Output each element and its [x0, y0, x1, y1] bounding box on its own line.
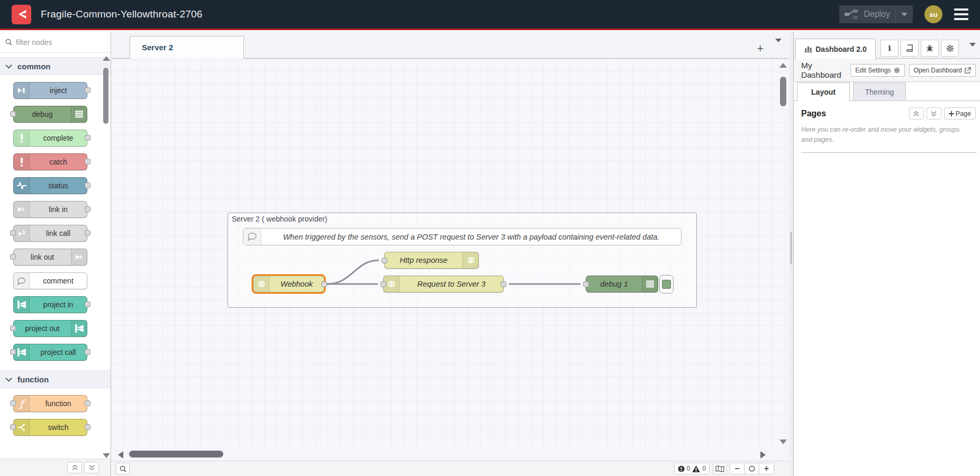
move-page-up-button[interactable] [909, 107, 924, 120]
info-icon: i [888, 43, 891, 53]
palette-node-status[interactable]: status [13, 177, 87, 194]
navigator-button[interactable] [713, 463, 727, 474]
palette-node-link-in[interactable]: link in [13, 201, 87, 218]
pulse-icon [14, 178, 30, 194]
flow-tabbar: Server 2 + [112, 32, 789, 59]
zoom-reset-button[interactable] [745, 463, 759, 474]
user-avatar[interactable]: su [924, 5, 942, 23]
palette-node-catch[interactable]: catch [13, 153, 87, 170]
canvas-footer: 0 0 − + [112, 461, 789, 476]
edit-settings-button[interactable]: Edit Settings [850, 64, 904, 77]
flow-list-button[interactable] [775, 42, 782, 51]
chevron-down-icon [5, 375, 12, 382]
palette-search[interactable] [0, 32, 111, 53]
scroll-up-icon[interactable] [779, 63, 787, 68]
tab-debug-button[interactable] [921, 40, 939, 57]
input-port[interactable] [382, 258, 387, 263]
node-http-response[interactable]: Http response [384, 252, 479, 269]
canvas-vertical-scrollbar[interactable] [779, 63, 787, 444]
chevron-down-icon [969, 43, 976, 55]
sidebar-splitter[interactable] [789, 32, 794, 476]
tab-info-button[interactable]: i [881, 40, 899, 57]
dashboard-title: My Dashboard [801, 61, 846, 80]
palette-category-function[interactable]: function [0, 370, 111, 388]
palette-footer [0, 459, 111, 476]
book-icon [906, 44, 913, 52]
tab-config-button[interactable] [941, 40, 959, 57]
flow-tab-server-2[interactable]: Server 2 [130, 36, 244, 59]
add-page-button[interactable]: Page [944, 107, 976, 120]
add-flow-button[interactable]: + [757, 44, 764, 53]
tab-layout[interactable]: Layout [797, 83, 850, 101]
scroll-up-icon[interactable] [103, 56, 110, 61]
palette-node-link-call[interactable]: link call [13, 225, 87, 242]
palette-scrollbar[interactable] [103, 56, 109, 458]
palette-category-common[interactable]: common [0, 57, 111, 75]
palette-node-inject[interactable]: inject [13, 82, 87, 99]
input-port[interactable] [380, 281, 386, 287]
palette-filter-input[interactable] [16, 38, 95, 47]
output-port[interactable] [501, 281, 506, 287]
palette-node-debug[interactable]: debug [13, 106, 87, 123]
palette-node-complete[interactable]: complete [13, 130, 87, 147]
deploy-button[interactable]: Deploy [839, 5, 913, 23]
move-page-down-button[interactable] [927, 107, 941, 120]
palette-scroll-thumb[interactable] [103, 68, 108, 124]
deploy-label: Deploy [864, 10, 890, 19]
main-menu-button[interactable] [954, 8, 968, 20]
project-logo-icon [71, 321, 87, 336]
expand-all-button[interactable] [84, 462, 99, 473]
sidebar-menu-button[interactable] [969, 47, 976, 55]
zoom-reset-icon [749, 465, 755, 472]
canvas-search-button[interactable] [116, 463, 130, 474]
node-request-to-server-3[interactable]: Request to Server 3 [383, 276, 504, 292]
input-port [10, 254, 16, 260]
open-dashboard-button[interactable]: Open Dashboard [909, 64, 976, 77]
inject-arrow-icon [14, 83, 30, 98]
palette-node-function[interactable]: ƒ function [13, 395, 87, 412]
tab-dashboard-2[interactable]: Dashboard 2.0 [795, 39, 876, 59]
collapse-all-button[interactable] [67, 462, 82, 473]
input-port [10, 325, 16, 331]
output-port [85, 349, 90, 355]
palette-node-project-in[interactable]: project in [13, 296, 87, 313]
notification-counts[interactable]: 0 0 [674, 463, 710, 474]
output-port [85, 182, 90, 188]
search-icon [5, 39, 12, 45]
zoom-out-button[interactable]: − [730, 463, 745, 474]
gear-icon [894, 67, 900, 74]
tab-theming[interactable]: Theming [853, 83, 906, 101]
link-call-icon [14, 225, 30, 241]
bug-icon [926, 44, 933, 52]
palette-node-comment[interactable]: comment [13, 272, 87, 289]
tab-help-button[interactable] [901, 40, 919, 57]
canvas-vscroll-thumb[interactable] [780, 77, 786, 106]
palette-node-switch[interactable]: switch [13, 419, 87, 436]
debug-list-icon [642, 276, 658, 292]
node-webhook[interactable]: Webhook [253, 276, 324, 292]
scroll-down-icon[interactable] [779, 440, 787, 444]
zoom-in-button[interactable]: + [759, 463, 774, 474]
scroll-right-icon[interactable] [760, 451, 766, 459]
scroll-left-icon[interactable] [118, 451, 123, 459]
flow-canvas[interactable]: Server 2 ( webhook provider) When trigge… [112, 59, 789, 448]
output-port [85, 135, 90, 141]
palette-node-link-out[interactable]: link out [13, 249, 87, 266]
palette-node-project-call[interactable]: project call [13, 344, 87, 361]
deploy-options-button[interactable] [895, 5, 908, 23]
debug-enable-toggle[interactable] [659, 275, 674, 294]
canvas-hscroll-thumb[interactable] [129, 451, 223, 457]
input-port [10, 400, 16, 406]
scroll-down-icon[interactable] [103, 453, 110, 458]
canvas-horizontal-scrollbar[interactable] [112, 448, 789, 461]
gear-icon [946, 44, 954, 52]
warning-icon [692, 465, 700, 472]
node-debug-1[interactable]: debug 1 [586, 276, 658, 292]
speech-bubble-icon [14, 273, 30, 289]
input-port[interactable] [583, 281, 589, 287]
splitter-handle[interactable] [790, 232, 792, 264]
output-port[interactable] [321, 281, 327, 287]
palette-node-project-out[interactable]: project out [13, 320, 87, 337]
comment-node[interactable]: When triggered by the sensors, send a PO… [243, 228, 682, 245]
search-icon [120, 465, 126, 472]
